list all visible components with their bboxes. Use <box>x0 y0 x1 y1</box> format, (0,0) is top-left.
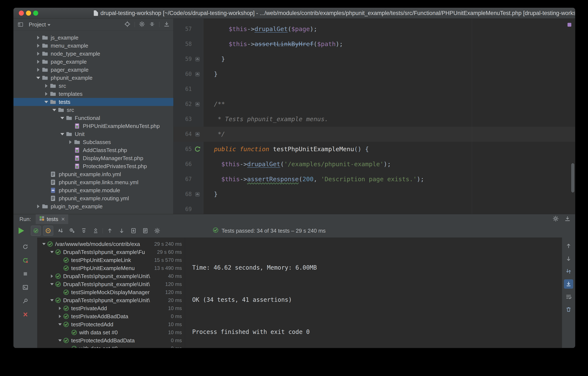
close-window-button[interactable] <box>19 11 24 16</box>
chevron-right-icon[interactable] <box>35 68 42 72</box>
tree-item-plugin-type-example[interactable]: plugin_type_example <box>13 202 173 210</box>
import-test-results-button[interactable] <box>129 226 138 236</box>
test-tree-item[interactable]: with data set #00 ms <box>37 344 185 348</box>
tab-tests[interactable]: tests × <box>36 214 68 224</box>
editor-line-58[interactable]: 58 $this->assertLinkByHref($path); <box>174 37 575 52</box>
tree-item-unit[interactable]: Unit <box>13 130 173 138</box>
settings-button[interactable] <box>152 226 162 236</box>
test-tree-item[interactable]: testPhpUnitExampleLink15 s 570 ms <box>37 256 185 264</box>
show-ignored-button[interactable] <box>43 226 53 236</box>
fold-marker-icon[interactable] <box>192 127 203 142</box>
fold-marker-icon[interactable] <box>192 97 203 112</box>
expand-all-button[interactable] <box>79 226 89 236</box>
chevron-down-icon[interactable] <box>41 243 47 245</box>
settings-icon[interactable] <box>139 21 145 28</box>
editor[interactable]: 57 $this->drupalGet($page);58 $this->ass… <box>174 19 575 214</box>
chevron-right-icon[interactable] <box>57 307 63 310</box>
test-tree-item[interactable]: /var/www/web/modules/contrib/exa29 s 240… <box>37 240 185 248</box>
tree-item-js-example[interactable]: js_example <box>13 34 173 42</box>
soft-wrap-button[interactable] <box>564 292 573 301</box>
editor-line-62[interactable]: 62 /** <box>174 97 575 112</box>
zoom-window-button[interactable] <box>33 11 38 16</box>
tree-item-src[interactable]: src <box>13 82 173 90</box>
scroll-to-end-button[interactable] <box>564 279 573 289</box>
collapse-all-icon[interactable] <box>149 21 155 28</box>
editor-scrollbar[interactable] <box>571 163 574 192</box>
fold-marker-icon[interactable] <box>192 187 203 202</box>
clear-all-button[interactable] <box>564 305 573 314</box>
swap-panels-button[interactable] <box>564 267 573 276</box>
hide-panel-icon[interactable] <box>565 216 570 222</box>
chevron-right-icon[interactable] <box>43 92 50 96</box>
fold-marker-icon[interactable] <box>192 66 203 82</box>
editor-line-69[interactable]: 69 <box>174 202 575 214</box>
chevron-right-icon[interactable] <box>67 140 74 144</box>
chevron-down-icon[interactable] <box>49 251 55 253</box>
tree-item-tests[interactable]: tests <box>13 98 173 106</box>
tree-item-pager-example[interactable]: pager_example <box>13 66 173 74</box>
chevron-right-icon[interactable] <box>43 84 50 88</box>
chevron-down-icon[interactable] <box>51 109 58 111</box>
console-button[interactable] <box>21 283 30 292</box>
chevron-right-icon[interactable] <box>49 275 55 278</box>
scroll-down-button[interactable] <box>564 254 573 263</box>
previous-failed-test-button[interactable] <box>105 226 115 236</box>
chevron-down-icon[interactable] <box>43 101 50 103</box>
tree-item-phpunit-example-module[interactable]: phpunit_example.module <box>13 186 173 194</box>
tree-item-phpunitexamplemenutest-php[interactable]: PHPUnitExampleMenuTest.php <box>13 122 173 130</box>
chevron-right-icon[interactable] <box>35 44 42 48</box>
chevron-right-icon[interactable] <box>35 204 42 208</box>
test-tree-item[interactable]: testPrivateAddBadData0 ms <box>37 312 185 321</box>
chevron-right-icon[interactable] <box>57 315 63 318</box>
test-tree-item[interactable]: testPrivateAdd10 ms <box>37 304 185 312</box>
rerun-failed-tests-button[interactable] <box>21 256 30 265</box>
test-history-button[interactable] <box>140 226 150 236</box>
tree-item-node-type-example[interactable]: node_type_example <box>13 50 173 58</box>
pin-button[interactable] <box>21 296 30 306</box>
tree-item-templates[interactable]: templates <box>13 90 173 98</box>
locate-file-icon[interactable] <box>124 21 130 28</box>
chevron-down-icon[interactable] <box>59 117 66 119</box>
chevron-down-icon[interactable] <box>49 299 55 301</box>
editor-line-63[interactable]: 63 * Tests phpunit_example menus. <box>174 112 575 127</box>
test-tree-item[interactable]: with data set #010 ms <box>37 328 185 336</box>
test-tree-item[interactable]: Drupal\Tests\phpunit_example\Fu29 s 60 m… <box>37 248 185 256</box>
editor-line-64[interactable]: 64 */ <box>174 127 575 142</box>
tree-item-phpunit-example-info-yml[interactable]: phpunit_example.info.yml <box>13 170 173 178</box>
close-button[interactable]: × <box>21 310 30 319</box>
editor-line-61[interactable]: 61 <box>174 82 575 97</box>
chevron-down-icon[interactable] <box>57 323 63 325</box>
test-tree-item[interactable]: testPhpUnitExampleMenu13 s 490 ms <box>37 264 185 272</box>
close-icon[interactable]: × <box>61 216 65 222</box>
chevron-down-icon[interactable] <box>59 133 66 135</box>
tree-item-subclasses[interactable]: Subclasses <box>13 138 173 146</box>
tree-item-protectedprivatestest-php[interactable]: ProtectedPrivatesTest.php <box>13 162 173 170</box>
tree-item-page-example[interactable]: page_example <box>13 58 173 66</box>
chevron-right-icon[interactable] <box>35 60 42 64</box>
tree-item-phpunit-example-links-menu-yml[interactable]: phpunit_example.links.menu.yml <box>13 178 173 186</box>
tree-item-menu-example[interactable]: menu_example <box>13 42 173 50</box>
chevron-right-icon[interactable] <box>35 36 42 40</box>
rerun-button[interactable] <box>21 242 30 252</box>
tree-item-phpunit-example-routing-yml[interactable]: phpunit_example.routing.yml <box>13 194 173 202</box>
editor-line-65[interactable]: 65 public function testPhpUnitExampleMen… <box>174 142 575 157</box>
tree-item-functional[interactable]: Functional <box>13 114 173 122</box>
tree-item-addclasstest-php[interactable]: AddClassTest.php <box>13 146 173 154</box>
tree-item-src[interactable]: src <box>13 106 173 114</box>
chevron-down-icon[interactable] <box>49 283 55 285</box>
stop-button[interactable] <box>21 269 30 278</box>
run-test-gutter-icon[interactable] <box>192 142 203 157</box>
editor-line-57[interactable]: 57 $this->drupalGet($page); <box>174 22 575 37</box>
minimize-window-button[interactable] <box>26 11 31 16</box>
show-passed-button[interactable] <box>31 226 41 236</box>
tree-item-phpunit-example[interactable]: phpunit_example <box>13 74 173 82</box>
console-output[interactable]: Time: 46.62 seconds, Memory: 6.00MB OK (… <box>185 237 562 348</box>
collapse-all-button[interactable] <box>91 226 101 236</box>
test-tree-item[interactable]: Drupal\Tests\phpunit_example\Unit\D120 m… <box>37 280 185 288</box>
next-failed-test-button[interactable] <box>117 226 126 236</box>
editor-line-67[interactable]: 67 $this->assertResponse(200, 'Descripti… <box>174 172 575 187</box>
project-panel-title[interactable]: Project <box>29 21 46 28</box>
test-tree-item[interactable]: Drupal\Tests\phpunit_example\Unit\P20 ms <box>37 296 185 304</box>
fold-marker-icon[interactable] <box>192 52 203 66</box>
sort-by-duration-button[interactable] <box>67 226 77 236</box>
